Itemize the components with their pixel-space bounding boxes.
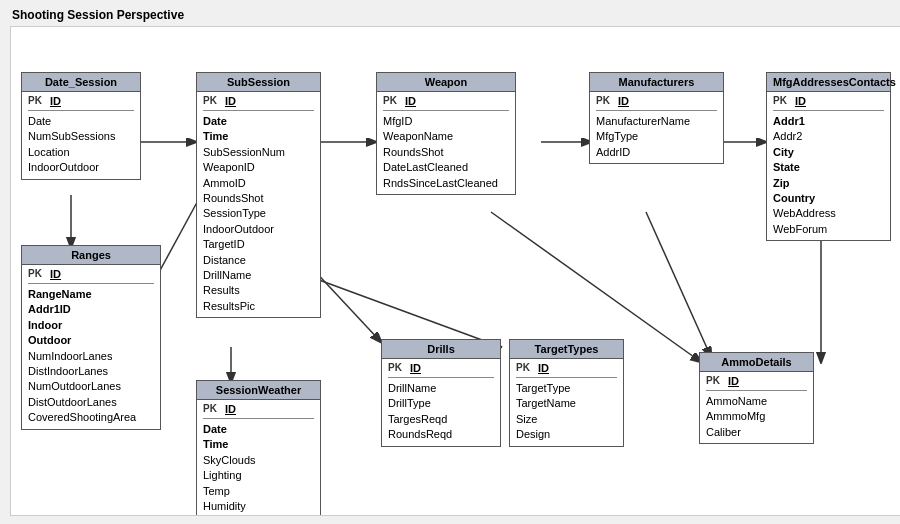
- pk-field-date-session: ID: [50, 95, 61, 107]
- field: RoundsReqd: [388, 427, 494, 442]
- svg-line-6: [311, 267, 381, 342]
- field: TargetID: [203, 237, 314, 252]
- pk-label: PK: [203, 95, 221, 106]
- pk-label: PK: [706, 375, 724, 386]
- table-header-ranges: Ranges: [22, 246, 160, 265]
- table-drills: Drills PK ID DrillName DrillType TargesR…: [381, 339, 501, 447]
- field: AmmoID: [203, 176, 314, 191]
- pk-field-session-weather: ID: [225, 403, 236, 415]
- field: ManufacturerName: [596, 114, 717, 129]
- field: SessionType: [203, 206, 314, 221]
- field: Country: [773, 191, 884, 206]
- table-target-types: TargetTypes PK ID TargetType TargetName …: [509, 339, 624, 447]
- field: DateLastCleaned: [383, 160, 509, 175]
- field: DistOutdoorLanes: [28, 395, 154, 410]
- field: WindDir: [203, 514, 314, 516]
- pk-field-subsession: ID: [225, 95, 236, 107]
- field: TargetName: [516, 396, 617, 411]
- field: AmmmoMfg: [706, 409, 807, 424]
- field: AddrID: [596, 145, 717, 160]
- pk-label: PK: [596, 95, 614, 106]
- field: Size: [516, 412, 617, 427]
- table-ammo-details: AmmoDetails PK ID AmmoName AmmmoMfg Cali…: [699, 352, 814, 444]
- pk-field-manufacturers: ID: [618, 95, 629, 107]
- table-header-ammo-details: AmmoDetails: [700, 353, 813, 372]
- pk-field-target-types: ID: [538, 362, 549, 374]
- field: DistIndoorLanes: [28, 364, 154, 379]
- field: IndoorOutdoor: [203, 222, 314, 237]
- field: Location: [28, 145, 134, 160]
- table-subsession: SubSession PK ID Date Time SubSessionNum…: [196, 72, 321, 318]
- table-header-target-types: TargetTypes: [510, 340, 623, 359]
- field: State: [773, 160, 884, 175]
- diagram-area: Date_Session PK ID Date NumSubSessions L…: [10, 26, 900, 516]
- field: DrillType: [388, 396, 494, 411]
- pk-label: PK: [383, 95, 401, 106]
- field: SkyClouds: [203, 453, 314, 468]
- pk-field-ranges: ID: [50, 268, 61, 280]
- svg-line-10: [646, 212, 711, 357]
- table-session-weather: SessionWeather PK ID Date Time SkyClouds…: [196, 380, 321, 516]
- field: Date: [28, 114, 134, 129]
- table-weapon: Weapon PK ID MfgID WeaponName RoundsShot…: [376, 72, 516, 195]
- field: Indoor: [28, 318, 154, 333]
- table-header-weapon: Weapon: [377, 73, 515, 92]
- pk-field-weapon: ID: [405, 95, 416, 107]
- field: RangeName: [28, 287, 154, 302]
- pk-label: PK: [28, 268, 46, 279]
- field: NumOutdoorLanes: [28, 379, 154, 394]
- field: Results: [203, 283, 314, 298]
- pk-field-mfg-addresses: ID: [795, 95, 806, 107]
- table-header-mfg-addresses: MfgAddressesContacts: [767, 73, 890, 92]
- field: TargesReqd: [388, 412, 494, 427]
- field: WebAddress: [773, 206, 884, 221]
- table-header-date-session: Date_Session: [22, 73, 140, 92]
- field: AmmoName: [706, 394, 807, 409]
- field: NumIndoorLanes: [28, 349, 154, 364]
- table-mfg-addresses: MfgAddressesContacts PK ID Addr1 Addr2 C…: [766, 72, 891, 241]
- field: Outdoor: [28, 333, 154, 348]
- field: Time: [203, 437, 314, 452]
- pk-label: PK: [28, 95, 46, 106]
- svg-line-7: [311, 277, 501, 347]
- field: ResultsPic: [203, 299, 314, 314]
- table-header-drills: Drills: [382, 340, 500, 359]
- field: Temp: [203, 484, 314, 499]
- field: DrillName: [388, 381, 494, 396]
- field: Lighting: [203, 468, 314, 483]
- pk-label: PK: [773, 95, 791, 106]
- table-header-session-weather: SessionWeather: [197, 381, 320, 400]
- field: WebForum: [773, 222, 884, 237]
- pk-field-ammo-details: ID: [728, 375, 739, 387]
- field: SubSessionNum: [203, 145, 314, 160]
- pk-label: PK: [203, 403, 221, 414]
- table-ranges: Ranges PK ID RangeName Addr1ID Indoor Ou…: [21, 245, 161, 430]
- table-manufacturers: Manufacturers PK ID ManufacturerName Mfg…: [589, 72, 724, 164]
- field: DrillName: [203, 268, 314, 283]
- field: IndoorOutdoor: [28, 160, 134, 175]
- field: Addr1ID: [28, 302, 154, 317]
- field: WeaponID: [203, 160, 314, 175]
- pk-label: PK: [388, 362, 406, 373]
- field: MfgID: [383, 114, 509, 129]
- field: RoundsShot: [203, 191, 314, 206]
- field: Caliber: [706, 425, 807, 440]
- field: City: [773, 145, 884, 160]
- field: Design: [516, 427, 617, 442]
- field: CoveredShootingArea: [28, 410, 154, 425]
- field: RoundsShot: [383, 145, 509, 160]
- field: WeaponName: [383, 129, 509, 144]
- field: Humidity: [203, 499, 314, 514]
- page-title: Shooting Session Perspective: [0, 0, 900, 26]
- table-date-session: Date_Session PK ID Date NumSubSessions L…: [21, 72, 141, 180]
- pk-label: PK: [516, 362, 534, 373]
- field: Addr1: [773, 114, 884, 129]
- field: Date: [203, 422, 314, 437]
- field: TargetType: [516, 381, 617, 396]
- table-header-manufacturers: Manufacturers: [590, 73, 723, 92]
- field: MfgType: [596, 129, 717, 144]
- field: Time: [203, 129, 314, 144]
- field: NumSubSessions: [28, 129, 134, 144]
- table-header-subsession: SubSession: [197, 73, 320, 92]
- field: Date: [203, 114, 314, 129]
